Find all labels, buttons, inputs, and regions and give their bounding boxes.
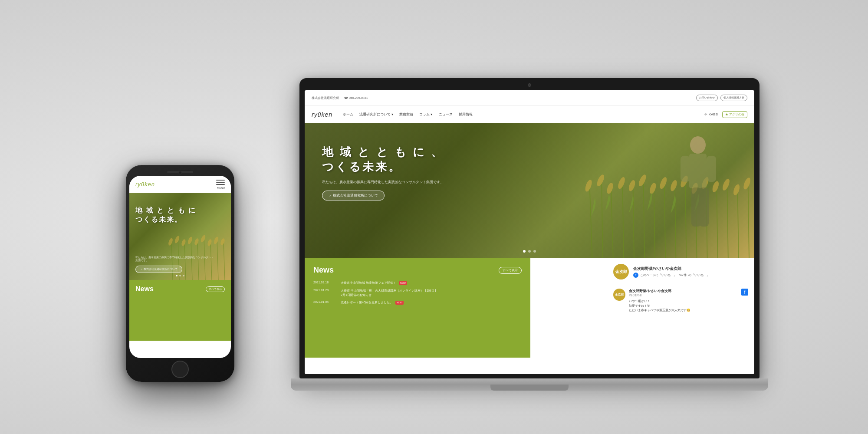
- svg-line-13: [727, 184, 728, 258]
- svg-point-47: [168, 237, 174, 246]
- phone-hero-dots: [176, 275, 184, 276]
- svg-point-52: [200, 234, 207, 243]
- laptop-base-notch: [490, 385, 569, 391]
- svg-point-30: [732, 184, 741, 196]
- phone-hero-cta[interactable]: ＞ 株式会社流通研究所について: [135, 266, 182, 273]
- phone-news-all-button[interactable]: すべて表示: [206, 286, 225, 292]
- svg-point-49: [181, 239, 187, 247]
- svg-rect-33: [689, 154, 707, 188]
- nav-item-recruit[interactable]: 採用情報: [459, 112, 473, 117]
- svg-point-50: [187, 236, 193, 245]
- svg-line-45: [217, 240, 218, 280]
- new-badge-3: NEW!: [395, 301, 404, 305]
- hero-pagination: [523, 250, 536, 253]
- laptop-site-header: 株式会社流通研究所 ☎ 046-295-0831 お問い合わせ 個人情報保護方針: [305, 90, 754, 106]
- svg-point-32: [690, 136, 706, 154]
- nav-item-about[interactable]: 流通研究所について ▾: [359, 112, 393, 117]
- header-buttons: お問い合わせ 個人情報保護方針: [696, 95, 747, 101]
- news-date-1: 2021.02.18: [313, 281, 337, 284]
- hero-dot-3[interactable]: [533, 250, 536, 253]
- company-name: 株式会社流通研究所: [312, 96, 339, 100]
- contact-button[interactable]: お問い合わせ: [696, 95, 718, 101]
- laptop-camera: [528, 83, 531, 87]
- svg-point-29: [721, 178, 731, 191]
- new-badge-1: NEW!: [399, 281, 407, 285]
- nav-item-results[interactable]: 業務実績: [399, 112, 413, 117]
- phone-home-button[interactable]: [171, 361, 189, 378]
- laptop-social-section: 金次郎 金次郎野菜/やさいや金次郎 f このページに「いいね！」 742件 の「…: [607, 258, 754, 358]
- menu-bar-1: [216, 180, 225, 181]
- laptop-hero: 地 域 と と も に 、 つくる未来。 私たちは、農水産業の振興に専門特化した…: [305, 123, 754, 258]
- news-text-3[interactable]: 流通レポート第40回を更新しました。 NEW!: [341, 300, 404, 305]
- phone-hero-text: 地 域 と と も に つくる未来。: [135, 206, 196, 224]
- svg-line-4: [633, 184, 634, 258]
- svg-point-16: [584, 179, 593, 192]
- hero-text-block: 地 域 と と も に 、 つくる未来。 私たちは、農水産業の振興に専門特化した…: [322, 145, 444, 201]
- svg-point-21: [638, 174, 648, 187]
- phone-device: ryūken MENU: [126, 165, 234, 382]
- news-text-2[interactable]: 大崎市 中山間地域「農」の人材育成講座（オンライン講座）【2回目】2月1日開催の…: [341, 289, 437, 297]
- post-content: 金次郎野菜/やさいや金次郎 約比通間者 いや〜暖かい！ 初夏ですね！笑 ただいま…: [629, 289, 738, 313]
- phone-dot-1[interactable]: [176, 275, 178, 276]
- news-text-1[interactable]: 大崎市中山間地域 地産地消フェア開催！ NEW!: [341, 281, 407, 285]
- svg-point-18: [606, 182, 615, 194]
- phone-nav: ryūken MENU: [129, 176, 231, 193]
- svg-line-3: [622, 182, 623, 258]
- phone-camera: [178, 171, 182, 174]
- hero-dot-2[interactable]: [528, 250, 531, 253]
- phone-news-section: News すべて表示: [129, 280, 231, 341]
- hero-dot-1[interactable]: [523, 250, 526, 253]
- hero-cta-button[interactable]: ＞ 株式会社流通研究所について: [322, 191, 385, 201]
- social-post: 金次郎 金次郎野菜/やさいや金次郎 約比通間者 いや〜暖かい！ 初夏ですね！笑 …: [613, 284, 748, 313]
- phone-icon: ☎: [344, 96, 348, 99]
- laptop-base: [291, 378, 768, 391]
- svg-line-2: [611, 187, 613, 258]
- menu-label: MENU: [217, 187, 225, 189]
- post-facebook-icon: f: [741, 289, 748, 296]
- svg-point-51: [194, 238, 200, 246]
- menu-bar-3: [216, 184, 225, 185]
- phone-screen: ryūken MENU: [129, 176, 231, 358]
- privacy-button[interactable]: 個人情報保護方針: [720, 95, 747, 101]
- phone-number: ☎ 046-295-0831: [344, 96, 368, 100]
- news-item-2: 2021.01.29 大崎市 中山間地域「農」の人材育成講座（オンライン講座）【…: [313, 289, 522, 297]
- svg-line-0: [590, 184, 592, 258]
- post-author-name: 金次郎野菜/やさいや金次郎: [629, 289, 738, 293]
- hero-main-text: 地 域 と と も に 、 つくる未来。: [322, 145, 444, 174]
- svg-line-7: [664, 182, 665, 258]
- social-likes: f このページに「いいね！」 742件 の「いいね！」: [633, 273, 710, 278]
- social-page-name: 金次郎野菜/やさいや金次郎: [633, 266, 710, 272]
- social-page-avatar: 金次郎: [613, 264, 629, 279]
- menu-bar-2: [216, 182, 225, 183]
- phone-hero-sub: 私たちは、農水産業の振興に専門特化した実践的なコンサルタント集団です。: [135, 256, 214, 263]
- laptop-screen: 株式会社流通研究所 ☎ 046-295-0831 お問い合わせ 個人情報保護方針…: [305, 90, 754, 374]
- news-date-2: 2021.01.29: [313, 289, 337, 292]
- post-time: 約比通間者: [629, 293, 738, 297]
- svg-point-20: [628, 179, 636, 192]
- svg-line-5: [644, 179, 644, 258]
- svg-rect-35: [707, 156, 716, 182]
- kabs-logo: ✈ KABS: [704, 112, 718, 116]
- phone-news-header: News すべて表示: [135, 285, 225, 293]
- scene: 株式会社流通研究所 ☎ 046-295-0831 お問い合わせ 個人情報保護方針…: [65, 26, 803, 408]
- phone-menu-button[interactable]: MENU: [216, 180, 225, 189]
- laptop-nav: ryūken ホーム 流通研究所について ▾ 業務実績 コラム ▾ ニュース 採…: [305, 106, 754, 123]
- phone-dot-3[interactable]: [183, 275, 184, 276]
- news-item-1: 2021.02.18 大崎市中山間地域 地産地消フェア開催！ NEW!: [313, 281, 522, 285]
- svg-point-48: [174, 235, 181, 244]
- phone-logo[interactable]: ryūken: [135, 181, 155, 187]
- site-logo[interactable]: ryūken: [312, 111, 332, 118]
- phone-dot-2[interactable]: [179, 275, 181, 276]
- agri-badge[interactable]: ★ アグリの樹: [722, 111, 747, 118]
- nav-item-column[interactable]: コラム ▾: [419, 112, 432, 117]
- facebook-icon: f: [633, 273, 638, 278]
- nav-item-news[interactable]: ニュース: [439, 112, 453, 117]
- social-header: 金次郎 金次郎野菜/やさいや金次郎 f このページに「いいね！」 742件 の「…: [613, 264, 748, 279]
- laptop-device: 株式会社流通研究所 ☎ 046-295-0831 お問い合わせ 個人情報保護方針…: [291, 78, 768, 391]
- svg-point-31: [742, 177, 752, 190]
- svg-line-15: [748, 183, 749, 258]
- svg-line-1: [602, 179, 602, 258]
- news-all-button[interactable]: すべて表示: [499, 267, 522, 274]
- news-date-3: 2021.01.04: [313, 300, 337, 303]
- nav-item-home[interactable]: ホーム: [343, 112, 353, 117]
